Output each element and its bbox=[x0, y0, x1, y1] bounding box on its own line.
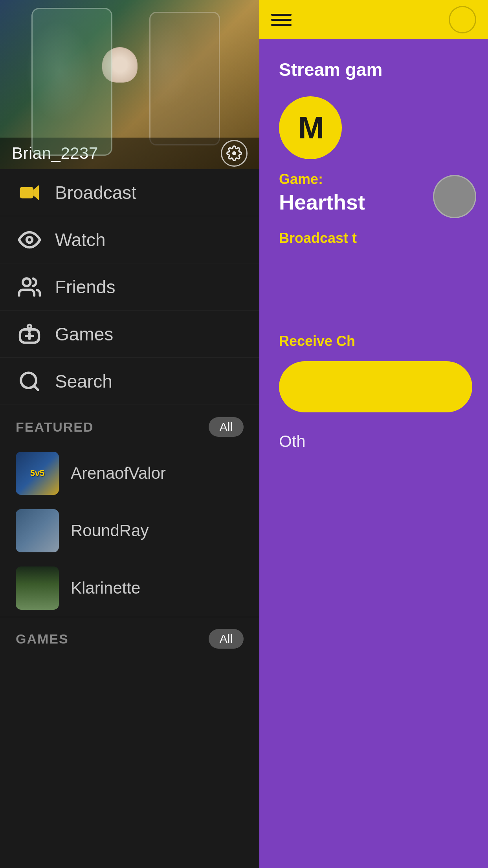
featured-thumb-klarinette bbox=[16, 566, 59, 610]
right-panel: Stream gam M Game: Hearthst Broadcast t … bbox=[259, 0, 488, 868]
right-header bbox=[259, 0, 488, 39]
right-content: Stream gam M Game: Hearthst Broadcast t … bbox=[259, 39, 488, 451]
games-all-button[interactable]: All bbox=[209, 629, 244, 649]
featured-thumb-roundray bbox=[16, 509, 59, 552]
main-avatar[interactable]: M bbox=[279, 96, 342, 159]
nav-label-search: Search bbox=[55, 371, 112, 392]
username: Brian_2237 bbox=[12, 144, 98, 163]
featured-item-roundray[interactable]: RoundRay bbox=[0, 502, 259, 559]
featured-item-aov[interactable]: ArenaofValor bbox=[0, 445, 259, 502]
broadcast-card-area bbox=[279, 262, 472, 333]
svg-point-2 bbox=[27, 237, 33, 243]
svg-point-3 bbox=[23, 278, 30, 286]
receive-ch-label: Receive Ch bbox=[279, 333, 472, 349]
featured-name-klarinette: Klarinette bbox=[71, 579, 140, 598]
stream-games-title: Stream gam bbox=[279, 59, 472, 81]
friends-icon bbox=[16, 273, 43, 301]
phone-preview-right bbox=[149, 12, 220, 145]
hamburger-button[interactable] bbox=[271, 14, 292, 26]
games-section-header: GAMES All bbox=[0, 617, 259, 657]
header-avatar[interactable] bbox=[449, 6, 476, 33]
gear-icon bbox=[226, 145, 242, 161]
avatar-initial: M bbox=[298, 110, 323, 146]
eye-icon bbox=[16, 226, 43, 254]
other-label: Oth bbox=[279, 432, 472, 451]
featured-section-header: FEATURED All bbox=[0, 405, 259, 445]
nav-item-games[interactable]: Games bbox=[0, 311, 259, 358]
svg-marker-1 bbox=[33, 185, 39, 200]
nav-menu: Broadcast Watch Friends bbox=[0, 169, 259, 405]
stream-preview[interactable]: Brian_2237 bbox=[0, 0, 259, 169]
nav-label-games: Games bbox=[55, 324, 113, 345]
hamburger-line-2 bbox=[271, 19, 292, 21]
svg-line-12 bbox=[34, 386, 38, 390]
secondary-avatar[interactable] bbox=[433, 175, 476, 218]
settings-button[interactable] bbox=[221, 140, 248, 167]
nav-item-broadcast[interactable]: Broadcast bbox=[0, 169, 259, 216]
featured-name-roundray: RoundRay bbox=[71, 521, 149, 540]
svg-rect-0 bbox=[20, 187, 33, 198]
search-icon bbox=[16, 368, 43, 395]
nav-label-friends: Friends bbox=[55, 276, 115, 298]
featured-title: FEATURED bbox=[16, 419, 94, 435]
left-panel: Brian_2237 Broadcast bbox=[0, 0, 259, 868]
character-figure bbox=[102, 47, 138, 83]
video-camera-icon bbox=[16, 179, 43, 206]
featured-item-klarinette[interactable]: Klarinette bbox=[0, 559, 259, 617]
broadcast-type-label: Broadcast t bbox=[279, 230, 472, 246]
nav-label-watch: Watch bbox=[55, 229, 106, 250]
featured-name-aov: ArenaofValor bbox=[71, 464, 166, 483]
featured-thumb-aov bbox=[16, 452, 59, 495]
username-bar: Brian_2237 bbox=[0, 138, 259, 169]
nav-label-broadcast: Broadcast bbox=[55, 182, 136, 203]
nav-item-watch[interactable]: Watch bbox=[0, 216, 259, 263]
avatars-row: M bbox=[279, 96, 472, 167]
featured-all-button[interactable]: All bbox=[209, 417, 244, 437]
gamepad-icon bbox=[16, 320, 43, 348]
hamburger-line-3 bbox=[271, 24, 292, 26]
hamburger-line-1 bbox=[271, 14, 292, 16]
nav-item-friends[interactable]: Friends bbox=[0, 263, 259, 311]
nav-item-search[interactable]: Search bbox=[0, 358, 259, 405]
cta-button[interactable] bbox=[279, 361, 472, 412]
games-title: GAMES bbox=[16, 631, 69, 647]
